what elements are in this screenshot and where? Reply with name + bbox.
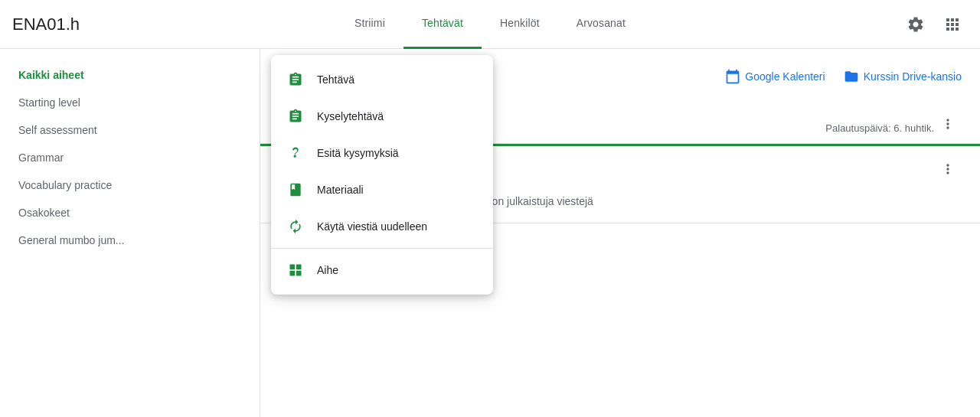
main-layout: Kaikki aiheet Starting level Self assess…: [0, 49, 980, 417]
question-icon: [286, 144, 305, 162]
tab-tehtavat[interactable]: Tehtävät: [403, 0, 482, 49]
tab-arvosanat[interactable]: Arvosanat: [558, 0, 644, 49]
materiaali-icon: [288, 182, 303, 197]
dropdown-item-kayta-viestia[interactable]: Käytä viestiä uudelleen: [271, 208, 493, 245]
sidebar-item-self-assessment[interactable]: Self assessment: [0, 116, 247, 144]
sidebar-item-kaikki-aiheet[interactable]: Kaikki aiheet: [0, 61, 247, 89]
header-right: Google Kalenteri Kurssin Drive-kansio: [725, 69, 962, 84]
sidebar-item-general-mumbo[interactable]: General mumbo jum...: [0, 226, 247, 254]
more-options-button-2[interactable]: [934, 155, 962, 183]
grid-icon: [286, 261, 305, 279]
esita-icon: [288, 145, 303, 161]
dropdown-item-materiaali[interactable]: Materiaali: [271, 171, 493, 208]
sidebar-item-grammar[interactable]: Grammar: [0, 144, 247, 171]
kyselytehtava-icon: [288, 109, 303, 124]
calendar-icon: [725, 69, 740, 84]
book-icon: [286, 181, 305, 199]
settings-button[interactable]: [900, 9, 931, 40]
dropdown-divider: [271, 248, 493, 249]
sidebar: Kaikki aiheet Starting level Self assess…: [0, 49, 260, 417]
google-calendar-link[interactable]: Google Kalenteri: [725, 69, 825, 84]
apps-button[interactable]: [937, 9, 968, 40]
more-vert-icon: [940, 116, 956, 132]
nav-tabs: Striimi Tehtävät Henkilöt Arvosanat: [336, 0, 644, 49]
more-options-button-1[interactable]: [934, 110, 962, 138]
sidebar-item-vocabulary-practice[interactable]: Vocabulary practice: [0, 171, 247, 199]
folder-icon: [844, 69, 859, 84]
dropdown-item-aihe[interactable]: Aihe: [271, 252, 493, 288]
dropdown-item-tehtava[interactable]: Tehtävä: [271, 61, 493, 98]
dropdown-item-esita-kysymyksia[interactable]: Esitä kysymyksiä: [271, 135, 493, 171]
top-icons: [900, 9, 968, 40]
sidebar-item-starting-level[interactable]: Starting level: [0, 89, 247, 116]
quiz-icon: [286, 107, 305, 125]
sidebar-item-osakokeet[interactable]: Osakokeet: [0, 199, 247, 226]
tab-striimi[interactable]: Striimi: [336, 0, 403, 49]
tehtava-icon: [288, 72, 303, 87]
more-vert-icon-2: [940, 161, 956, 177]
app-title: ENA01.h: [12, 15, 80, 34]
apps-icon: [943, 15, 962, 34]
dropdown-menu: Tehtävä Kyselytehtävä Esitä kysymyksiä: [271, 55, 493, 295]
drive-link[interactable]: Kurssin Drive-kansio: [844, 69, 962, 84]
top-bar: ENA01.h Striimi Tehtävät Henkilöt Arvosa…: [0, 0, 980, 49]
dropdown-item-kyselytehtava[interactable]: Kyselytehtävä: [271, 98, 493, 135]
tab-henkilot[interactable]: Henkilöt: [482, 0, 558, 49]
gear-icon: [906, 15, 925, 34]
assignment-icon: [286, 70, 305, 89]
refresh-icon: [286, 217, 305, 236]
aihe-icon: [288, 262, 303, 278]
kayta-icon: [288, 219, 303, 234]
